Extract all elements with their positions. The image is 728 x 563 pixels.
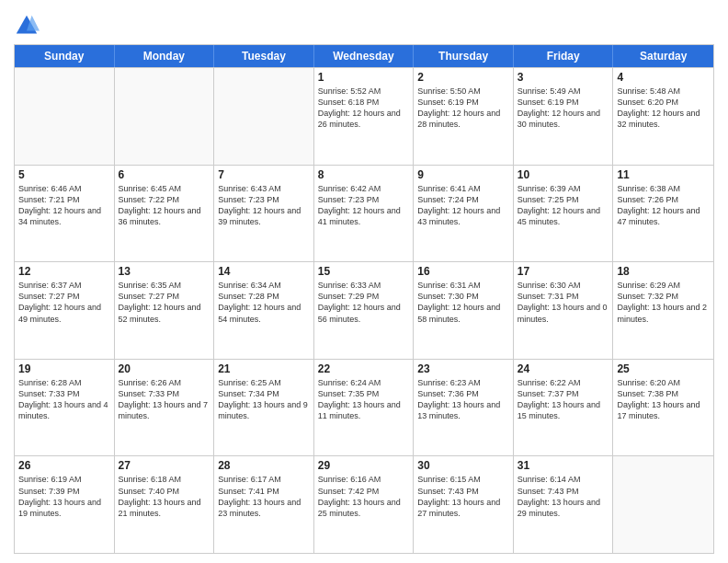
day-cell-20: 20Sunrise: 6:26 AM Sunset: 7:33 PM Dayli… bbox=[115, 360, 215, 456]
calendar-header: Sunday Monday Tuesday Wednesday Thursday… bbox=[15, 45, 713, 67]
day-cell-15: 15Sunrise: 6:33 AM Sunset: 7:29 PM Dayli… bbox=[314, 262, 415, 359]
day-cell-11: 11Sunrise: 6:38 AM Sunset: 7:26 PM Dayli… bbox=[613, 166, 713, 262]
day-info: Sunrise: 6:37 AM Sunset: 7:27 PM Dayligh… bbox=[18, 280, 110, 325]
day-number: 20 bbox=[119, 362, 210, 375]
empty-cell bbox=[613, 456, 713, 553]
week-row-1: 1Sunrise: 5:52 AM Sunset: 6:18 PM Daylig… bbox=[15, 67, 713, 165]
calendar: Sunday Monday Tuesday Wednesday Thursday… bbox=[14, 44, 714, 554]
day-number: 13 bbox=[119, 265, 210, 278]
day-info: Sunrise: 6:26 AM Sunset: 7:33 PM Dayligh… bbox=[119, 377, 210, 422]
day-number: 3 bbox=[518, 71, 609, 84]
day-cell-3: 3Sunrise: 5:49 AM Sunset: 6:19 PM Daylig… bbox=[514, 68, 614, 165]
day-cell-23: 23Sunrise: 6:23 AM Sunset: 7:36 PM Dayli… bbox=[414, 360, 514, 456]
week-row-2: 5Sunrise: 6:46 AM Sunset: 7:21 PM Daylig… bbox=[15, 165, 713, 262]
day-cell-29: 29Sunrise: 6:16 AM Sunset: 7:42 PM Dayli… bbox=[314, 456, 415, 553]
day-info: Sunrise: 6:18 AM Sunset: 7:40 PM Dayligh… bbox=[119, 474, 210, 519]
header-saturday: Saturday bbox=[613, 45, 713, 67]
day-info: Sunrise: 6:42 AM Sunset: 7:23 PM Dayligh… bbox=[318, 183, 410, 228]
day-info: Sunrise: 6:20 AM Sunset: 7:38 PM Dayligh… bbox=[617, 377, 710, 422]
week-row-5: 26Sunrise: 6:19 AM Sunset: 7:39 PM Dayli… bbox=[15, 455, 713, 553]
day-cell-22: 22Sunrise: 6:24 AM Sunset: 7:35 PM Dayli… bbox=[314, 360, 415, 456]
day-info: Sunrise: 6:46 AM Sunset: 7:21 PM Dayligh… bbox=[18, 183, 110, 228]
day-info: Sunrise: 6:34 AM Sunset: 7:28 PM Dayligh… bbox=[218, 280, 310, 325]
day-cell-7: 7Sunrise: 6:43 AM Sunset: 7:23 PM Daylig… bbox=[214, 166, 314, 262]
day-info: Sunrise: 6:38 AM Sunset: 7:26 PM Dayligh… bbox=[617, 183, 710, 228]
logo bbox=[14, 13, 43, 39]
day-number: 2 bbox=[417, 71, 509, 84]
day-cell-27: 27Sunrise: 6:18 AM Sunset: 7:40 PM Dayli… bbox=[115, 456, 215, 553]
day-number: 29 bbox=[318, 459, 410, 472]
header-monday: Monday bbox=[115, 45, 215, 67]
day-cell-6: 6Sunrise: 6:45 AM Sunset: 7:22 PM Daylig… bbox=[115, 166, 215, 262]
day-number: 9 bbox=[417, 168, 509, 181]
day-number: 26 bbox=[18, 459, 110, 472]
day-cell-12: 12Sunrise: 6:37 AM Sunset: 7:27 PM Dayli… bbox=[15, 262, 115, 359]
day-info: Sunrise: 6:31 AM Sunset: 7:30 PM Dayligh… bbox=[417, 280, 509, 325]
header-thursday: Thursday bbox=[414, 45, 514, 67]
day-info: Sunrise: 6:30 AM Sunset: 7:31 PM Dayligh… bbox=[518, 280, 609, 325]
header bbox=[14, 9, 714, 39]
day-cell-24: 24Sunrise: 6:22 AM Sunset: 7:37 PM Dayli… bbox=[514, 360, 614, 456]
day-cell-17: 17Sunrise: 6:30 AM Sunset: 7:31 PM Dayli… bbox=[514, 262, 614, 359]
day-cell-26: 26Sunrise: 6:19 AM Sunset: 7:39 PM Dayli… bbox=[15, 456, 115, 553]
day-info: Sunrise: 6:39 AM Sunset: 7:25 PM Dayligh… bbox=[518, 183, 609, 228]
day-number: 15 bbox=[318, 265, 410, 278]
day-info: Sunrise: 6:25 AM Sunset: 7:34 PM Dayligh… bbox=[218, 377, 310, 422]
day-number: 4 bbox=[617, 71, 710, 84]
day-info: Sunrise: 6:28 AM Sunset: 7:33 PM Dayligh… bbox=[18, 377, 110, 422]
day-number: 31 bbox=[518, 459, 609, 472]
day-cell-19: 19Sunrise: 6:28 AM Sunset: 7:33 PM Dayli… bbox=[15, 360, 115, 456]
empty-cell bbox=[214, 68, 314, 165]
day-number: 19 bbox=[18, 362, 110, 375]
day-cell-16: 16Sunrise: 6:31 AM Sunset: 7:30 PM Dayli… bbox=[414, 262, 514, 359]
week-row-3: 12Sunrise: 6:37 AM Sunset: 7:27 PM Dayli… bbox=[15, 261, 713, 359]
day-info: Sunrise: 6:15 AM Sunset: 7:43 PM Dayligh… bbox=[417, 474, 509, 519]
day-number: 21 bbox=[218, 362, 310, 375]
day-info: Sunrise: 5:48 AM Sunset: 6:20 PM Dayligh… bbox=[617, 86, 710, 131]
calendar-body: 1Sunrise: 5:52 AM Sunset: 6:18 PM Daylig… bbox=[15, 67, 713, 553]
day-number: 25 bbox=[617, 362, 710, 375]
day-number: 22 bbox=[318, 362, 410, 375]
day-info: Sunrise: 6:35 AM Sunset: 7:27 PM Dayligh… bbox=[119, 280, 210, 325]
day-number: 30 bbox=[417, 459, 509, 472]
day-number: 14 bbox=[218, 265, 310, 278]
day-number: 5 bbox=[18, 168, 110, 181]
day-number: 23 bbox=[417, 362, 509, 375]
page: Sunday Monday Tuesday Wednesday Thursday… bbox=[0, 0, 728, 563]
week-row-4: 19Sunrise: 6:28 AM Sunset: 7:33 PM Dayli… bbox=[15, 359, 713, 456]
day-info: Sunrise: 6:22 AM Sunset: 7:37 PM Dayligh… bbox=[518, 377, 609, 422]
day-cell-1: 1Sunrise: 5:52 AM Sunset: 6:18 PM Daylig… bbox=[314, 68, 415, 165]
day-cell-14: 14Sunrise: 6:34 AM Sunset: 7:28 PM Dayli… bbox=[214, 262, 314, 359]
header-wednesday: Wednesday bbox=[314, 45, 415, 67]
day-number: 7 bbox=[218, 168, 310, 181]
day-cell-8: 8Sunrise: 6:42 AM Sunset: 7:23 PM Daylig… bbox=[314, 166, 415, 262]
empty-cell bbox=[15, 68, 115, 165]
day-cell-2: 2Sunrise: 5:50 AM Sunset: 6:19 PM Daylig… bbox=[414, 68, 514, 165]
day-number: 10 bbox=[518, 168, 609, 181]
day-info: Sunrise: 6:33 AM Sunset: 7:29 PM Dayligh… bbox=[318, 280, 410, 325]
day-cell-30: 30Sunrise: 6:15 AM Sunset: 7:43 PM Dayli… bbox=[414, 456, 514, 553]
day-cell-13: 13Sunrise: 6:35 AM Sunset: 7:27 PM Dayli… bbox=[115, 262, 215, 359]
header-tuesday: Tuesday bbox=[214, 45, 314, 67]
day-number: 18 bbox=[617, 265, 710, 278]
day-number: 12 bbox=[18, 265, 110, 278]
day-cell-9: 9Sunrise: 6:41 AM Sunset: 7:24 PM Daylig… bbox=[414, 166, 514, 262]
day-cell-28: 28Sunrise: 6:17 AM Sunset: 7:41 PM Dayli… bbox=[214, 456, 314, 553]
day-number: 8 bbox=[318, 168, 410, 181]
day-info: Sunrise: 6:23 AM Sunset: 7:36 PM Dayligh… bbox=[417, 377, 509, 422]
day-cell-10: 10Sunrise: 6:39 AM Sunset: 7:25 PM Dayli… bbox=[514, 166, 614, 262]
day-info: Sunrise: 6:16 AM Sunset: 7:42 PM Dayligh… bbox=[318, 474, 410, 519]
day-info: Sunrise: 5:50 AM Sunset: 6:19 PM Dayligh… bbox=[417, 86, 509, 131]
day-cell-4: 4Sunrise: 5:48 AM Sunset: 6:20 PM Daylig… bbox=[613, 68, 713, 165]
day-info: Sunrise: 6:29 AM Sunset: 7:32 PM Dayligh… bbox=[617, 280, 710, 325]
day-number: 16 bbox=[417, 265, 509, 278]
day-cell-31: 31Sunrise: 6:14 AM Sunset: 7:43 PM Dayli… bbox=[514, 456, 614, 553]
day-info: Sunrise: 6:24 AM Sunset: 7:35 PM Dayligh… bbox=[318, 377, 410, 422]
day-number: 24 bbox=[518, 362, 609, 375]
day-info: Sunrise: 6:19 AM Sunset: 7:39 PM Dayligh… bbox=[18, 474, 110, 519]
empty-cell bbox=[115, 68, 215, 165]
day-cell-25: 25Sunrise: 6:20 AM Sunset: 7:38 PM Dayli… bbox=[613, 360, 713, 456]
day-info: Sunrise: 5:49 AM Sunset: 6:19 PM Dayligh… bbox=[518, 86, 609, 131]
day-info: Sunrise: 6:14 AM Sunset: 7:43 PM Dayligh… bbox=[518, 474, 609, 519]
day-info: Sunrise: 6:17 AM Sunset: 7:41 PM Dayligh… bbox=[218, 474, 310, 519]
